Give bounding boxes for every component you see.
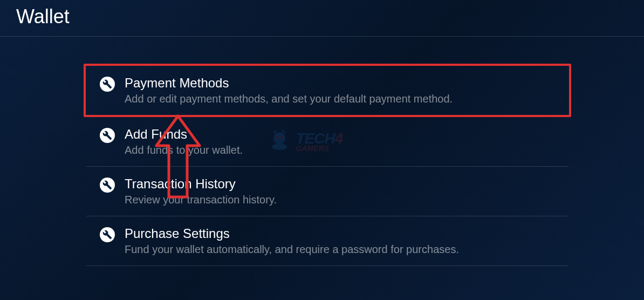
menu-text-container: Payment Methods Add or edit payment meth… <box>125 76 555 105</box>
wrench-icon <box>100 178 115 193</box>
menu-text-container: Purchase Settings Fund your wallet autom… <box>125 226 555 256</box>
menu-item-title: Add Funds <box>125 127 555 142</box>
wallet-menu: Payment Methods Add or edit payment meth… <box>0 37 644 266</box>
menu-text-container: Add Funds Add funds to your wallet. <box>125 127 555 156</box>
menu-item-payment-methods[interactable]: Payment Methods Add or edit payment meth… <box>84 64 571 117</box>
menu-item-purchase-settings[interactable]: Purchase Settings Fund your wallet autom… <box>86 216 568 266</box>
menu-item-add-funds[interactable]: Add Funds Add funds to your wallet. <box>86 117 568 167</box>
page-title: Wallet <box>16 5 628 28</box>
menu-text-container: Transaction History Review your transact… <box>125 176 555 206</box>
page-header: Wallet <box>0 0 644 37</box>
menu-item-title: Purchase Settings <box>125 226 555 241</box>
menu-item-transaction-history[interactable]: Transaction History Review your transact… <box>86 167 568 216</box>
menu-item-title: Transaction History <box>125 176 555 192</box>
menu-item-description: Review your transaction history. <box>125 194 555 206</box>
wrench-icon <box>100 227 115 242</box>
menu-item-description: Fund your wallet automatically, and requ… <box>125 243 555 256</box>
wrench-icon <box>100 77 115 92</box>
wrench-icon <box>100 128 115 143</box>
menu-item-description: Add or edit payment methods, and set you… <box>125 93 555 105</box>
menu-item-description: Add funds to your wallet. <box>125 144 555 156</box>
menu-item-title: Payment Methods <box>125 76 555 91</box>
